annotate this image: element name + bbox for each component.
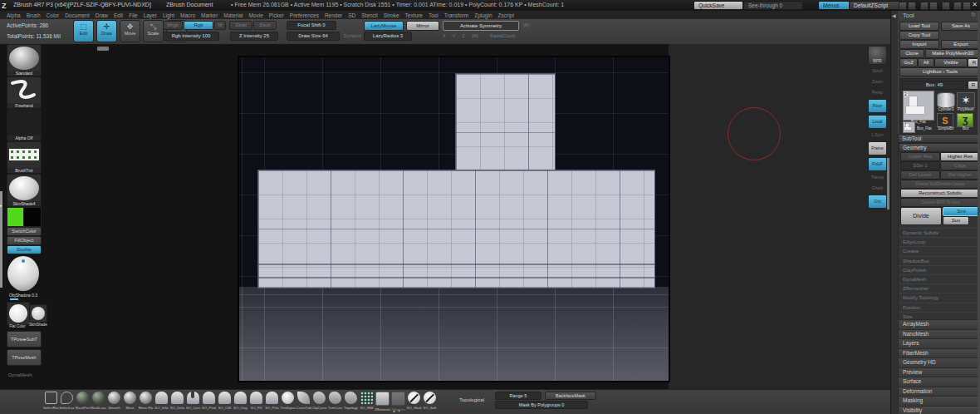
brush-slot[interactable]: TrimCurv bbox=[327, 392, 343, 412]
zadd-button[interactable]: Zadd bbox=[229, 21, 252, 30]
zsub-button[interactable]: Zsub bbox=[253, 21, 277, 30]
del-lower-button[interactable]: Del Lower bbox=[900, 170, 940, 180]
current-tool-thumbnail[interactable]: 2 bbox=[903, 91, 934, 121]
menu-item[interactable]: Document bbox=[65, 12, 90, 18]
menu-item[interactable]: Texture bbox=[405, 12, 423, 18]
brush-slot[interactable]: SelectRec bbox=[43, 392, 59, 412]
document-canvas[interactable] bbox=[239, 57, 669, 381]
smt-toggle[interactable]: Smt bbox=[943, 207, 980, 216]
palette-section-header[interactable]: Geometry HD bbox=[898, 357, 980, 367]
minimize-icon[interactable] bbox=[953, 2, 962, 10]
double-button[interactable]: Double bbox=[7, 245, 42, 254]
menu-item[interactable]: Transform bbox=[444, 12, 468, 18]
menu-item[interactable]: Tool bbox=[429, 12, 439, 18]
menu-item[interactable]: Material bbox=[223, 12, 243, 18]
fill-object-button[interactable]: FillObject bbox=[7, 236, 42, 245]
brush-slot[interactable]: TrimDyna bbox=[280, 392, 296, 412]
activate-symmetry-button[interactable]: Activate Symmetry bbox=[443, 21, 519, 31]
view-toggle-button[interactable]: Persp bbox=[868, 88, 887, 97]
brush-slot[interactable]: SO_Cliff bbox=[217, 392, 233, 412]
menu-item[interactable]: Picker bbox=[269, 12, 284, 18]
brush-slot[interactable]: ZRemeshe bbox=[375, 392, 390, 412]
switch-color-button[interactable]: SwitchColor bbox=[7, 227, 42, 236]
menu-item[interactable]: Brush bbox=[27, 12, 41, 18]
picker-icon[interactable] bbox=[929, 2, 938, 10]
right-shelf-scrollbar[interactable] bbox=[887, 158, 889, 209]
current-texture-slot[interactable]: BrushTxtr bbox=[7, 141, 42, 174]
range-slider[interactable]: Range 5 bbox=[495, 392, 541, 400]
palette-section-header[interactable]: FiberMesh bbox=[898, 348, 980, 358]
shelf-scroll-arrows[interactable]: ▲▼ bbox=[392, 408, 402, 413]
menu-item[interactable]: SD bbox=[348, 12, 355, 18]
brush-slot[interactable]: SelectLas bbox=[59, 392, 75, 412]
focal-shift-slider[interactable]: Focal Shift 0 bbox=[287, 21, 336, 30]
menu-item[interactable]: Zscript bbox=[498, 12, 515, 18]
palette-gear-icon[interactable]: ↻ bbox=[971, 12, 976, 18]
current-stroke-slot[interactable]: Freehand bbox=[7, 76, 42, 109]
current-material-slot[interactable]: SkinShade4 bbox=[7, 174, 42, 207]
geometry-subsection-header[interactable]: Modify Topology bbox=[899, 293, 980, 302]
divide-button[interactable]: Divide bbox=[900, 207, 942, 225]
brush-slot[interactable]: SO_Pind bbox=[201, 392, 217, 412]
lightbox-tools-button[interactable]: Lightbox › Tools bbox=[899, 67, 980, 76]
dynamesh-label[interactable]: DynaMesh bbox=[8, 372, 32, 377]
clone-button[interactable]: Clone bbox=[899, 49, 924, 58]
view-toggle-button[interactable]: Scroll bbox=[868, 67, 887, 76]
axis-toggle[interactable]: (M) bbox=[472, 33, 478, 38]
view-toggle-button[interactable]: L.Sym bbox=[868, 131, 887, 140]
tray-divider[interactable] bbox=[891, 11, 898, 414]
del-higher-button[interactable]: Del Higher bbox=[940, 170, 980, 180]
view-toggle-button[interactable]: Transp bbox=[868, 173, 887, 182]
palette-section-header[interactable]: ArrayMesh bbox=[898, 319, 980, 329]
import-button[interactable]: Import bbox=[899, 40, 939, 49]
lower-res-button[interactable]: Lower Res bbox=[900, 152, 940, 161]
make-polymesh3d-button[interactable]: Make PolyMesh3D bbox=[925, 49, 980, 58]
palette-section-header[interactable]: Surface bbox=[898, 377, 980, 387]
close-icon[interactable]: ✕ bbox=[972, 1, 978, 8]
main-color-swatch[interactable] bbox=[7, 207, 25, 227]
mode-button[interactable]: ✛ Draw bbox=[96, 20, 117, 42]
lazyradius-slider[interactable]: LazyRadius 3 bbox=[364, 32, 412, 41]
menu-item[interactable]: Macro bbox=[180, 12, 195, 18]
menu-item[interactable]: File bbox=[129, 12, 137, 18]
rgb-button[interactable]: Rgb bbox=[184, 21, 213, 30]
tpose-subt-button[interactable]: TPose▸SubT bbox=[7, 331, 42, 347]
brush-slot[interactable]: Move Ela bbox=[138, 392, 154, 412]
mode-button[interactable]: ✥ Move bbox=[120, 20, 140, 42]
view-toggle-button[interactable]: Grp bbox=[868, 195, 887, 209]
see-through-slider[interactable]: See-through 0 bbox=[743, 1, 803, 10]
menu-item[interactable]: Alpha bbox=[7, 12, 21, 18]
palette-section-header[interactable]: Preview bbox=[898, 367, 980, 377]
suv-toggle[interactable]: Suv bbox=[943, 216, 969, 225]
brush-slot[interactable]: SO_Clay bbox=[233, 392, 248, 412]
copy-tool-button[interactable]: Copy Tool bbox=[899, 31, 939, 40]
axis-toggle[interactable]: X bbox=[443, 33, 446, 38]
geometry-subsection-header[interactable]: ShadowBox bbox=[899, 256, 980, 265]
draw-size-slider[interactable]: Draw Size 64 bbox=[287, 32, 340, 41]
menu-item[interactable]: Light bbox=[163, 12, 174, 18]
sdiv-slider[interactable]: SDiv 1 bbox=[900, 161, 940, 170]
brush-slot[interactable]: SO_Defa bbox=[169, 392, 185, 412]
freeze-subdivision-button[interactable]: Freeze SubDivision Levels bbox=[900, 180, 980, 189]
tray-collapse-icon[interactable]: ◀ bbox=[892, 12, 896, 18]
brush-slot[interactable]: MaskPen bbox=[75, 392, 91, 412]
menu-item[interactable]: Edit bbox=[114, 12, 123, 18]
geometry-subsection-header[interactable]: EdgeLoop bbox=[899, 237, 980, 246]
polymesh3d-star-icon[interactable]: ✶ bbox=[957, 92, 975, 108]
export-button[interactable]: Export bbox=[941, 40, 980, 49]
menu-item[interactable]: Marker bbox=[201, 12, 218, 18]
menu-item[interactable]: Color bbox=[47, 12, 60, 18]
menu-item[interactable]: Stroke bbox=[384, 12, 399, 18]
reconstruct-subdiv-button[interactable]: Reconstruct Subdiv bbox=[900, 189, 980, 198]
brush-slot[interactable]: SO_Hard bbox=[406, 392, 422, 412]
palette-icon[interactable] bbox=[899, 2, 907, 10]
geometry-subsection-header[interactable]: Crease bbox=[899, 246, 980, 255]
backfacemask-button[interactable]: BackfaceMask bbox=[545, 392, 596, 400]
palette-section-header[interactable]: Masking bbox=[898, 396, 980, 406]
menu-item[interactable]: Zplugin bbox=[474, 12, 492, 18]
goz-button[interactable]: GoZ bbox=[899, 58, 918, 67]
geometry-section-header[interactable]: Geometry bbox=[899, 143, 980, 152]
mrgb-button[interactable]: Mrgb bbox=[163, 21, 183, 30]
z-intensity-slider[interactable]: Z Intensity 25 bbox=[230, 32, 278, 41]
symmetry-r-toggle[interactable]: (R) bbox=[523, 22, 530, 27]
